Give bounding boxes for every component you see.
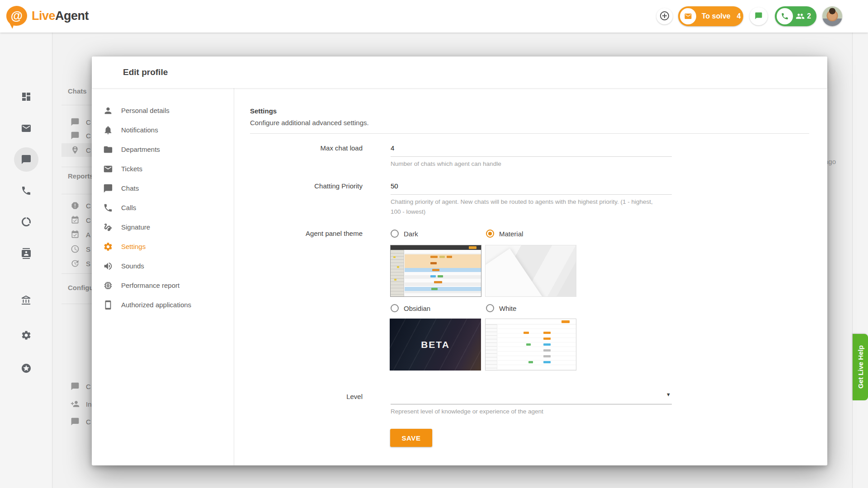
chip-icon: [103, 281, 113, 291]
settings-section-title: Settings: [250, 107, 277, 115]
person-icon: [103, 106, 113, 116]
person-pin-icon: [71, 145, 80, 155]
max-chat-load-input[interactable]: 4: [391, 144, 394, 152]
menu-item-calls[interactable]: Calls: [92, 198, 234, 217]
chat-icon: [71, 117, 80, 127]
calendar-check-icon: [71, 216, 80, 225]
theme-obsidian-thumbnail[interactable]: BETA: [390, 319, 481, 371]
menu-item-notifications[interactable]: Notifications: [92, 120, 234, 140]
liveagent-logo-text: LiveAgent: [32, 9, 89, 23]
theme-material-thumbnail[interactable]: [485, 245, 576, 297]
tickets-icon[interactable]: [21, 123, 32, 134]
menu-item-tickets[interactable]: Tickets: [92, 159, 234, 178]
chat-icon: [71, 417, 80, 426]
edit-profile-modal: Edit profile Personal details Notificati…: [92, 56, 827, 465]
bell-icon: [103, 125, 113, 135]
section-divider: [250, 133, 809, 134]
update-icon: [71, 259, 80, 268]
modal-menu: Personal details Notifications Departmen…: [92, 88, 234, 465]
chat-bubble-icon: [755, 12, 763, 21]
section-heading-reports: Reports: [68, 172, 94, 180]
mail-icon: [103, 164, 113, 174]
menu-item-sounds[interactable]: Sounds: [92, 256, 234, 276]
calls-count: 2: [807, 12, 811, 20]
contacts-icon[interactable]: [21, 248, 32, 259]
envelope-icon: [680, 8, 696, 24]
modal-title: Edit profile: [123, 67, 168, 77]
signature-icon: [103, 222, 113, 232]
menu-item-performance-report[interactable]: Performance report: [92, 276, 234, 295]
theme-option-material[interactable]: Material: [486, 230, 523, 238]
max-chat-load-helper: Number of chats which agent can handle: [391, 159, 501, 169]
chats-button[interactable]: [750, 7, 768, 25]
calendar-check-icon: [71, 230, 80, 239]
chat-icon: [71, 131, 80, 140]
menu-item-settings[interactable]: Settings: [92, 237, 234, 256]
liveagent-logo-icon: @: [6, 6, 27, 26]
chatting-priority-helper: Chatting priority of agent. New chats wi…: [391, 197, 658, 217]
level-select[interactable]: ▼: [391, 391, 672, 404]
plus-circle-icon: [659, 10, 670, 23]
level-helper: Represent level of knowledge or experien…: [391, 407, 543, 417]
radio-dark[interactable]: [391, 230, 399, 238]
top-header: @ LiveAgent To solve 4 2: [0, 0, 868, 33]
gear-icon: [103, 242, 113, 252]
to-solve-label: To solve: [702, 12, 731, 20]
calls-icon[interactable]: [21, 185, 32, 196]
avatar[interactable]: [822, 6, 842, 26]
chatting-priority-input[interactable]: 50: [391, 182, 398, 190]
to-solve-button[interactable]: To solve 4: [678, 6, 743, 26]
folder-icon: [103, 145, 113, 155]
settings-section-subtitle: Configure additional advanced settings.: [250, 119, 369, 127]
chatting-priority-label: Chatting Priority: [250, 182, 363, 190]
right-strip: [853, 33, 868, 488]
speaker-icon: [103, 261, 113, 271]
section-heading-chats: Chats: [68, 87, 87, 95]
calls-button[interactable]: 2: [775, 6, 816, 26]
dashboard-icon[interactable]: [21, 91, 32, 102]
menu-item-authorized-applications[interactable]: Authorized applications: [92, 295, 234, 314]
agent-panel-theme-label: Agent panel theme: [250, 230, 363, 237]
agents-icon: [796, 12, 805, 21]
theme-option-obsidian[interactable]: Obsidian: [391, 304, 430, 312]
smartphone-icon: [103, 300, 113, 310]
section-heading-configuration: Configu: [68, 284, 94, 291]
menu-item-departments[interactable]: Departments: [92, 140, 234, 159]
theme-white-thumbnail[interactable]: [485, 319, 576, 371]
menu-item-personal-details[interactable]: Personal details: [92, 101, 234, 120]
phone-icon: [103, 203, 113, 213]
academy-icon[interactable]: [21, 295, 32, 306]
liveagent-logo[interactable]: @ LiveAgent: [6, 6, 89, 26]
modal-header: Edit profile: [92, 56, 827, 88]
beta-badge: BETA: [421, 339, 450, 350]
menu-item-signature[interactable]: Signature: [92, 217, 234, 237]
settings-icon[interactable]: [21, 330, 32, 341]
theme-option-dark[interactable]: Dark: [391, 230, 418, 238]
radio-material-selected[interactable]: [486, 230, 494, 238]
save-button[interactable]: SAVE: [390, 429, 432, 447]
chevron-down-icon: ▼: [666, 392, 671, 397]
report-icon: [71, 201, 80, 210]
create-new-button[interactable]: [656, 8, 673, 24]
theme-dark-thumbnail[interactable]: [390, 245, 481, 297]
phone-icon: [777, 8, 793, 24]
upgrade-stars-icon[interactable]: [21, 363, 32, 374]
radio-obsidian[interactable]: [391, 304, 399, 312]
max-chat-load-label: Max chat load: [250, 144, 363, 152]
person-add-icon: [71, 399, 80, 408]
menu-item-chats[interactable]: Chats: [92, 178, 234, 198]
vertical-divider: [852, 33, 853, 488]
chat-icon: [103, 183, 113, 193]
chats-icon[interactable]: [21, 154, 32, 165]
theme-option-white[interactable]: White: [486, 304, 516, 312]
radio-white[interactable]: [486, 304, 494, 312]
to-solve-count: 4: [737, 12, 741, 20]
get-live-help-tab[interactable]: Get Live Help: [853, 334, 868, 400]
left-rail: [0, 33, 52, 488]
clock-icon: [71, 244, 80, 253]
chat-icon: [71, 382, 80, 391]
level-label: Level: [250, 393, 363, 400]
reports-icon[interactable]: [21, 216, 32, 227]
